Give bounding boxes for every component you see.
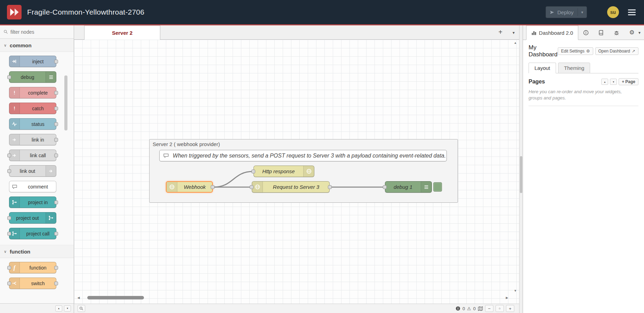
canvas-horizontal-scrollbar[interactable]: ◀ ▶ — [76, 295, 509, 300]
debug-enable-toggle[interactable] — [433, 182, 442, 192]
chevron-down-icon: ∨ — [4, 43, 7, 48]
expand-categories-button[interactable]: ▾ — [64, 305, 71, 312]
zoom-in-button[interactable]: + — [506, 305, 514, 312]
category-label: common — [10, 42, 32, 48]
palette-scrollbar[interactable] — [64, 55, 67, 289]
flow-canvas[interactable]: Server 2 ( webhook provider) When trigge… — [74, 40, 519, 304]
palette-node-link-in[interactable]: link in — [9, 134, 56, 145]
palette-node-link-call[interactable]: link call — [9, 150, 56, 161]
scroll-left-icon[interactable]: ◀ — [76, 296, 81, 299]
output-port[interactable] — [328, 185, 332, 189]
output-port[interactable] — [54, 106, 58, 110]
deploy-button[interactable]: Deploy ▾ — [546, 6, 587, 18]
flow-node-debug-1[interactable]: debug 1 — [385, 181, 432, 193]
add-flow-button[interactable]: + — [496, 28, 505, 36]
flow-comment-node[interactable]: When triggered by the sensors, send a PO… — [159, 150, 447, 161]
palette-node-link-out[interactable]: link out — [9, 165, 56, 177]
output-port[interactable] — [54, 91, 58, 95]
palette-node-catch[interactable]: catch — [9, 103, 56, 114]
input-port[interactable] — [7, 153, 11, 157]
flow-list-caret-icon[interactable]: ▾ — [513, 30, 515, 35]
output-port[interactable] — [54, 266, 58, 270]
palette-scrollbar-thumb[interactable] — [64, 75, 67, 130]
output-port[interactable] — [54, 122, 58, 126]
warning-icon[interactable]: ⚠ — [467, 306, 471, 311]
palette-node-inject[interactable]: inject — [9, 56, 56, 67]
debug-list-icon — [46, 72, 56, 82]
palette-node-status[interactable]: status — [9, 118, 56, 130]
open-dashboard-button[interactable]: Open Dashboard ↗ — [595, 47, 638, 55]
tab-debug[interactable] — [609, 25, 624, 40]
pulse-icon — [9, 119, 20, 129]
node-label: project in — [20, 197, 56, 208]
tab-layout[interactable]: Layout — [529, 63, 556, 73]
output-port[interactable] — [54, 138, 58, 142]
tab-info[interactable] — [578, 25, 594, 40]
main-menu-icon[interactable] — [628, 9, 636, 15]
globe-icon — [303, 166, 314, 177]
globe-icon — [167, 182, 177, 192]
palette-filter-input[interactable] — [10, 29, 63, 35]
input-port[interactable] — [250, 185, 253, 189]
palette-node-complete[interactable]: complete — [9, 87, 56, 98]
scroll-down-icon[interactable]: ▼ — [513, 289, 518, 292]
minimap-icon[interactable] — [478, 306, 483, 311]
palette-node-project-call[interactable]: project call — [9, 228, 56, 239]
input-port[interactable] — [7, 75, 11, 79]
move-page-down-button[interactable]: ▾ — [610, 79, 617, 85]
input-port[interactable] — [383, 185, 387, 189]
zoom-reset-button[interactable]: ○ — [496, 305, 504, 312]
input-port[interactable] — [7, 232, 11, 235]
move-page-up-button[interactable]: ▴ — [601, 79, 608, 85]
input-port[interactable] — [7, 169, 11, 173]
sidebar-splitter[interactable] — [519, 25, 523, 313]
palette-node-project-in[interactable]: project in — [9, 196, 56, 208]
palette-node-project-out[interactable]: project out — [9, 212, 56, 224]
canvas-vertical-scrollbar[interactable]: ▲ ▼ — [513, 41, 518, 292]
deploy-caret-icon[interactable]: ▾ — [581, 10, 583, 15]
input-port[interactable] — [7, 216, 11, 220]
tab-theming[interactable]: Theming — [558, 63, 590, 73]
hscroll-thumb[interactable] — [87, 296, 144, 299]
add-page-button[interactable]: + Page — [619, 78, 638, 85]
palette-footer: ▴ ▾ — [0, 303, 74, 313]
input-port[interactable] — [7, 266, 11, 270]
output-port[interactable] — [54, 232, 58, 235]
category-label: function — [10, 249, 30, 255]
palette-category-common[interactable]: ∨ common — [0, 39, 74, 52]
output-port[interactable] — [54, 59, 58, 63]
edit-settings-button[interactable]: Edit Settings ⚙ — [558, 47, 593, 55]
caret-up-icon: ▴ — [58, 307, 59, 310]
splitter-scrollbar-thumb[interactable] — [520, 156, 522, 193]
palette-category-function[interactable]: ∨ function — [0, 245, 74, 258]
flow-node-http-response[interactable]: Http response — [253, 166, 314, 177]
output-port[interactable] — [54, 153, 58, 157]
dashboard-title-row: My Dashboard Edit Settings ⚙ Open Dashbo… — [529, 44, 638, 58]
user-avatar[interactable]: su — [607, 6, 619, 18]
scroll-up-icon[interactable]: ▲ — [513, 41, 518, 45]
search-flows-button[interactable] — [78, 305, 85, 312]
zoom-out-button[interactable]: − — [485, 305, 493, 312]
palette-node-function[interactable]: f function — [9, 262, 56, 273]
input-port[interactable] — [251, 169, 255, 173]
collapse-categories-button[interactable]: ▴ — [55, 305, 62, 312]
palette-node-switch[interactable]: switch — [9, 278, 56, 289]
palette-node-comment[interactable]: comment — [9, 181, 56, 192]
flow-tab-server-2[interactable]: Server 2 — [84, 25, 160, 40]
tab-help[interactable] — [594, 25, 609, 40]
output-port[interactable] — [54, 281, 58, 285]
output-port[interactable] — [54, 200, 58, 204]
tab-config-nodes[interactable]: ⚙ — [624, 25, 639, 40]
hscroll-track[interactable] — [81, 296, 505, 300]
palette-node-debug[interactable]: debug — [9, 71, 56, 83]
flow-node-webhook[interactable]: Webhook — [166, 181, 213, 193]
dashboard-subtabs: Layout Theming — [529, 63, 638, 73]
input-port[interactable] — [7, 281, 11, 285]
sidebar-tab-list-caret-icon[interactable]: ▾ — [638, 30, 641, 35]
tab-dashboard-2[interactable]: Dashboard 2.0 — [526, 25, 578, 40]
scroll-right-icon[interactable]: ▶ — [505, 296, 509, 299]
output-port[interactable] — [211, 185, 215, 189]
pages-help-text: Here you can re-order and move your widg… — [529, 89, 633, 101]
flow-node-request-to-server-3[interactable]: Request to Server 3 — [252, 181, 330, 193]
error-info-icon[interactable] — [456, 306, 460, 311]
